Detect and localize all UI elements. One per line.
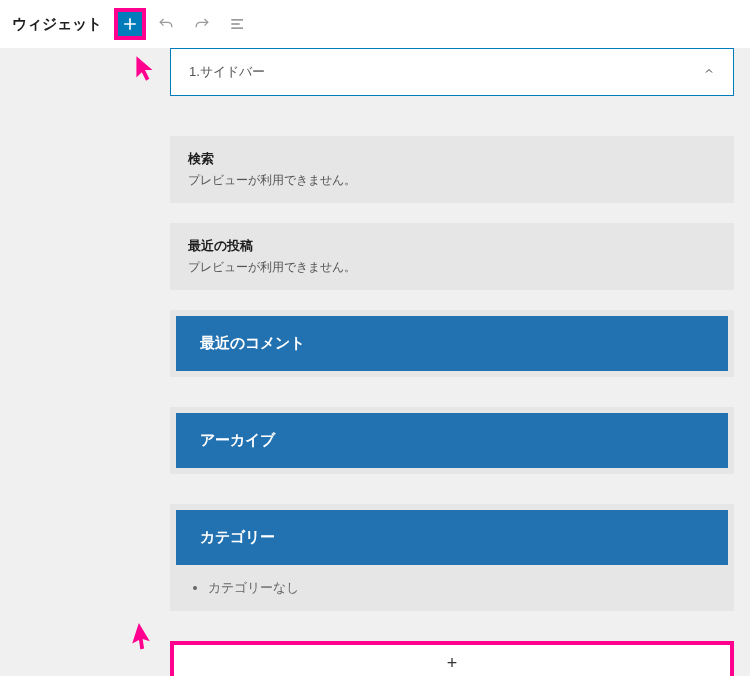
widget-title: 最近の投稿 [188, 237, 716, 255]
plus-icon [120, 14, 140, 34]
redo-button[interactable] [186, 8, 218, 40]
widget-categories[interactable]: カテゴリー カテゴリーなし [170, 504, 734, 611]
content-area: 1.サイドバー 検索 プレビューが利用できません。 最近の投稿 プレビューが利用… [0, 48, 750, 676]
widget-desc: プレビューが利用できません。 [188, 259, 716, 276]
svg-rect-0 [231, 19, 243, 21]
chevron-up-icon [703, 64, 715, 80]
widget-recent-comments[interactable]: 最近のコメント [170, 310, 734, 377]
sidebar-panel-header[interactable]: 1.サイドバー [170, 48, 734, 96]
widget-title: 検索 [188, 150, 716, 168]
page-title: ウィジェット [12, 15, 102, 34]
widget-search[interactable]: 検索 プレビューが利用できません。 [170, 136, 734, 203]
topbar: ウィジェット [0, 0, 750, 48]
add-widget-button[interactable]: + [170, 641, 734, 676]
widget-category-list: カテゴリーなし [176, 565, 728, 601]
list-item: カテゴリーなし [208, 579, 718, 597]
widget-desc: プレビューが利用できません。 [188, 172, 716, 189]
add-block-button[interactable] [114, 8, 146, 40]
undo-button[interactable] [150, 8, 182, 40]
list-icon [228, 14, 248, 34]
svg-rect-1 [231, 23, 239, 25]
sidebar-panel-label: 1.サイドバー [189, 63, 265, 81]
annotation-cursor-bottom [126, 620, 160, 657]
list-view-button[interactable] [222, 8, 254, 40]
plus-icon: + [447, 653, 458, 674]
widget-header-bar: 最近のコメント [176, 316, 728, 371]
redo-icon [192, 14, 212, 34]
undo-icon [156, 14, 176, 34]
svg-rect-2 [231, 27, 243, 29]
widget-recent-posts[interactable]: 最近の投稿 プレビューが利用できません。 [170, 223, 734, 290]
widget-header-bar: カテゴリー [176, 510, 728, 565]
widget-archives[interactable]: アーカイブ [170, 407, 734, 474]
widget-header-bar: アーカイブ [176, 413, 728, 468]
